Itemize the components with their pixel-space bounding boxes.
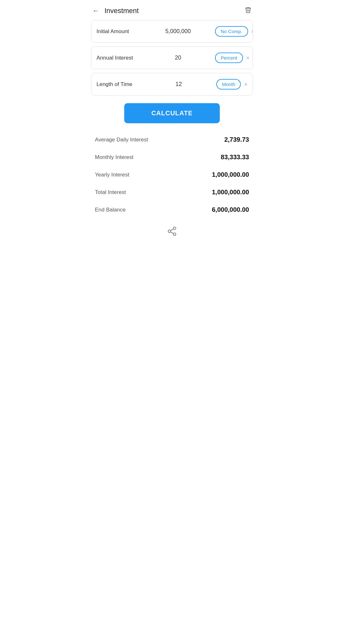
svg-line-4 bbox=[170, 229, 173, 231]
length-of-time-clear[interactable]: × bbox=[244, 82, 247, 87]
initial-amount-section: Initial Amount No Comp. × bbox=[91, 20, 253, 43]
header-left: ← Investment bbox=[92, 7, 139, 15]
share-button[interactable] bbox=[167, 226, 177, 238]
total-interest-row: Total Interest 1,000,000.00 bbox=[92, 183, 252, 201]
average-daily-interest-label: Average Daily Interest bbox=[95, 137, 148, 143]
initial-amount-input[interactable] bbox=[141, 28, 215, 35]
end-balance-value: 6,000,000.00 bbox=[212, 206, 249, 213]
page-title: Investment bbox=[104, 7, 139, 15]
calculate-button[interactable]: CALCULATE bbox=[124, 103, 220, 123]
end-balance-row: End Balance 6,000,000.00 bbox=[92, 201, 252, 218]
yearly-interest-value: 1,000,000.00 bbox=[212, 171, 249, 178]
yearly-interest-row: Yearly Interest 1,000,000.00 bbox=[92, 166, 252, 183]
annual-interest-clear[interactable]: × bbox=[246, 55, 250, 61]
initial-amount-badge[interactable]: No Comp. bbox=[215, 26, 248, 37]
length-of-time-label: Length of Time bbox=[97, 81, 141, 88]
average-daily-interest-row: Average Daily Interest 2,739.73 bbox=[92, 131, 252, 148]
monthly-interest-row: Monthly Interest 83,333.33 bbox=[92, 148, 252, 166]
initial-amount-label: Initial Amount bbox=[97, 28, 141, 35]
app-header: ← Investment bbox=[86, 0, 258, 20]
annual-interest-section: Annual Interest Percent × bbox=[91, 47, 253, 69]
yearly-interest-label: Yearly Interest bbox=[95, 172, 129, 178]
annual-interest-label: Annual Interest bbox=[97, 55, 141, 61]
length-of-time-section: Length of Time Month × bbox=[91, 73, 253, 96]
results-section: Average Daily Interest 2,739.73 Monthly … bbox=[92, 131, 252, 218]
monthly-interest-label: Monthly Interest bbox=[95, 154, 133, 161]
svg-line-3 bbox=[170, 232, 173, 233]
share-section bbox=[86, 226, 258, 250]
delete-button[interactable] bbox=[245, 6, 252, 15]
back-button[interactable]: ← bbox=[92, 7, 99, 15]
annual-interest-row: Annual Interest Percent × bbox=[91, 47, 253, 69]
length-of-time-badge[interactable]: Month bbox=[216, 79, 241, 89]
total-interest-value: 1,000,000.00 bbox=[212, 189, 249, 196]
length-of-time-row: Length of Time Month × bbox=[91, 73, 253, 95]
total-interest-label: Total Interest bbox=[95, 189, 126, 196]
annual-interest-input[interactable] bbox=[141, 54, 215, 61]
monthly-interest-value: 83,333.33 bbox=[221, 154, 249, 161]
annual-interest-badge[interactable]: Percent bbox=[215, 53, 243, 63]
initial-amount-row: Initial Amount No Comp. × bbox=[91, 20, 253, 42]
average-daily-interest-value: 2,739.73 bbox=[224, 136, 249, 143]
initial-amount-clear[interactable]: × bbox=[251, 29, 253, 34]
length-of-time-input[interactable] bbox=[141, 81, 216, 88]
end-balance-label: End Balance bbox=[95, 207, 125, 213]
